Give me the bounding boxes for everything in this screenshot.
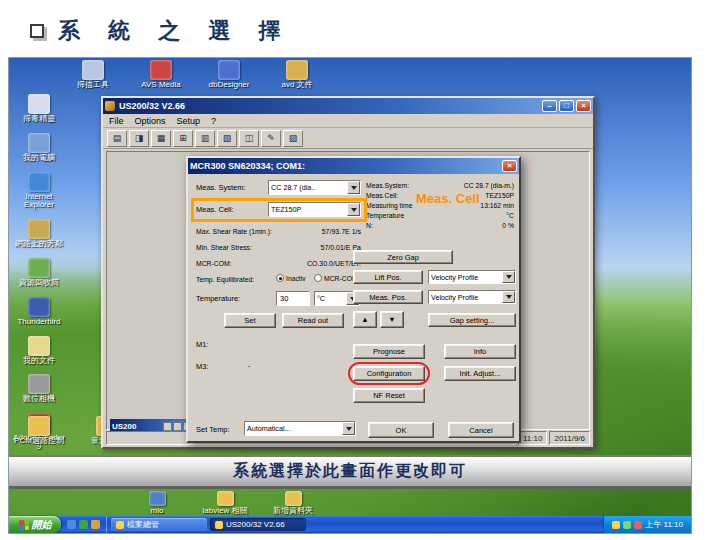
move-down-button[interactable]: ▼ xyxy=(380,311,404,328)
menu-item[interactable]: Options xyxy=(135,116,166,126)
toolbar-button[interactable]: ▤ xyxy=(107,130,127,147)
toolbar-button[interactable]: ◫ xyxy=(239,130,259,147)
dropdown-arrow-icon[interactable] xyxy=(502,271,515,283)
desktop-icon-label: AVS Media xyxy=(141,81,180,90)
gap-setting-button[interactable]: Gap setting... xyxy=(428,313,516,327)
meas-velocity-combo[interactable]: Velocity Profile xyxy=(428,290,516,304)
desktop-icon-label: 網路上的芳鄰 xyxy=(15,240,63,249)
meas-pos-button[interactable]: Meas. Pos. xyxy=(353,290,423,304)
desktop-icon[interactable]: AVS Media xyxy=(133,60,189,90)
max-shear-value: 57/93.7E 1/s xyxy=(283,228,361,235)
desktop-icon-image xyxy=(286,60,308,80)
dialog-titlebar[interactable]: MCR300 SN620334; COM1: xyxy=(188,158,519,174)
minimize-button[interactable] xyxy=(542,100,557,112)
move-up-button[interactable]: ▲ xyxy=(353,311,377,328)
app-window-title: US200/32 V2.66 xyxy=(119,101,185,111)
toolbar-button[interactable]: ▧ xyxy=(217,130,237,147)
desktop-icon[interactable]: 我的文件 xyxy=(11,336,67,366)
set-button[interactable]: Set xyxy=(224,313,276,328)
toolbar-button[interactable]: ◨ xyxy=(129,130,149,147)
menu-bar: FileOptionsSetup? xyxy=(103,114,593,128)
taskbar: 開始 檔案總管 US200/32 V2.66 上午 11:10 xyxy=(9,516,691,533)
temperature-input[interactable]: 30 xyxy=(276,291,310,306)
desktop-icon[interactable]: 數位相機 xyxy=(11,374,67,404)
desktop-icon[interactable]: labview 相關 xyxy=(197,491,253,516)
desktop-screenshot: 掃描工具 AVS Media dbDesigner avd 文件 掃毒精靈 我的… xyxy=(8,57,692,534)
dialog-close-button[interactable] xyxy=(502,160,517,172)
desktop-icon[interactable]: 網路上的芳鄰 xyxy=(11,219,67,249)
desktop-icon-image xyxy=(28,94,50,114)
child-maximize-button[interactable] xyxy=(173,422,182,431)
tray-icon[interactable] xyxy=(634,521,642,529)
system-tray: 上午 11:10 xyxy=(603,516,691,533)
desktop-icon[interactable]: 資源回收筒 xyxy=(11,258,67,288)
task-button[interactable]: US200/32 V2.66 xyxy=(210,518,306,531)
toolbar-button[interactable]: ▦ xyxy=(151,130,171,147)
desktop-icon[interactable]: Internet Explorer xyxy=(11,172,67,211)
zero-gap-button[interactable]: Zero Gap xyxy=(353,250,453,264)
tray-icon[interactable] xyxy=(612,521,620,529)
menu-item[interactable]: Setup xyxy=(177,116,201,126)
dropdown-arrow-icon[interactable] xyxy=(342,422,355,435)
desktop-icon-label: Internet Explorer xyxy=(11,193,67,211)
toolbar-button[interactable]: ✎ xyxy=(261,130,281,147)
desktop-icons-footer: mio labview 相關 新增資料夾 xyxy=(129,491,321,516)
desktop-icon[interactable]: 掃毒精靈 xyxy=(11,94,67,124)
toolbar: ▤◨▦⊞▥▧◫✎▨ xyxy=(103,128,593,149)
info-button[interactable]: Info xyxy=(444,344,516,359)
quick-launch-icon[interactable] xyxy=(79,520,88,529)
desktop-icon-label: 我的電腦 xyxy=(23,154,55,163)
cancel-button[interactable]: Cancel xyxy=(448,422,514,438)
desktop-icon[interactable]: avd 文件 xyxy=(269,60,325,90)
desktop-icon[interactable]: dbDesigner xyxy=(201,60,257,90)
toolbar-button[interactable]: ▥ xyxy=(195,130,215,147)
task-icon xyxy=(116,521,124,529)
info-label: N: xyxy=(366,222,430,229)
lift-velocity-combo[interactable]: Velocity Profile xyxy=(428,270,516,284)
menu-item[interactable]: File xyxy=(109,116,124,126)
child-minimize-button[interactable] xyxy=(163,422,172,431)
lift-pos-button[interactable]: Lift Pos. xyxy=(353,270,423,284)
ok-button[interactable]: OK xyxy=(368,422,434,438)
radio-inactiv[interactable]: Inactiv xyxy=(276,274,306,282)
task-button[interactable]: 檔案總管 xyxy=(111,518,207,531)
desktop-icon-label: labview 相關 xyxy=(203,507,248,516)
desktop-icon[interactable]: 新增資料夾 xyxy=(265,491,321,516)
desktop-icon-image xyxy=(218,60,240,80)
maximize-button[interactable] xyxy=(559,100,574,112)
quick-launch-icon[interactable] xyxy=(67,520,76,529)
tray-icon[interactable] xyxy=(623,521,631,529)
meas-system-label: Meas. System: xyxy=(196,183,246,192)
read-out-button[interactable]: Read out xyxy=(282,313,344,328)
meas-system-combo[interactable]: CC 28.7 (dia.. xyxy=(268,180,361,195)
desktop-icon[interactable]: 掃描工具 xyxy=(65,60,121,90)
dropdown-arrow-icon[interactable] xyxy=(502,291,515,303)
toolbar-button[interactable]: ▨ xyxy=(283,130,303,147)
max-shear-label: Max. Shear Rate (1min.): xyxy=(196,228,272,235)
desktop-icon-label: 資源回收筒 xyxy=(19,279,59,288)
desktop-icon[interactable]: 我的電腦 xyxy=(11,133,67,163)
toolbar-button[interactable]: ⊞ xyxy=(173,130,193,147)
prognose-button[interactable]: Prognose xyxy=(353,344,425,359)
desktop-icon-image xyxy=(28,374,50,394)
radio-dot-icon xyxy=(314,274,322,282)
app-titlebar[interactable]: US200/32 V2.66 xyxy=(103,98,593,114)
min-shear-value: 57/0.01/E Pa xyxy=(283,244,361,251)
m3-value: - xyxy=(248,362,250,369)
desktop-icon-label: PCM迴路控制 xyxy=(14,437,64,446)
quick-launch-icon[interactable] xyxy=(91,520,100,529)
desktop-icon[interactable]: mio xyxy=(129,491,185,516)
desktop-icon[interactable]: PCM迴路控制 xyxy=(11,416,67,446)
close-button[interactable] xyxy=(576,100,591,112)
set-temp-combo[interactable]: Automatical... xyxy=(244,421,356,436)
start-button[interactable]: 開始 xyxy=(9,516,61,533)
desktop-icon-image xyxy=(28,133,50,153)
tray-clock[interactable]: 上午 11:10 xyxy=(645,519,683,530)
nf-reset-button[interactable]: NF Reset xyxy=(353,388,425,403)
quick-launch xyxy=(61,516,107,533)
dropdown-arrow-icon[interactable] xyxy=(347,181,360,194)
init-adjust-button[interactable]: Init. Adjust... xyxy=(444,366,516,381)
info-value: 0 % xyxy=(430,222,514,229)
menu-item[interactable]: ? xyxy=(211,116,216,126)
desktop-icon[interactable]: Thunderbird xyxy=(11,297,67,327)
